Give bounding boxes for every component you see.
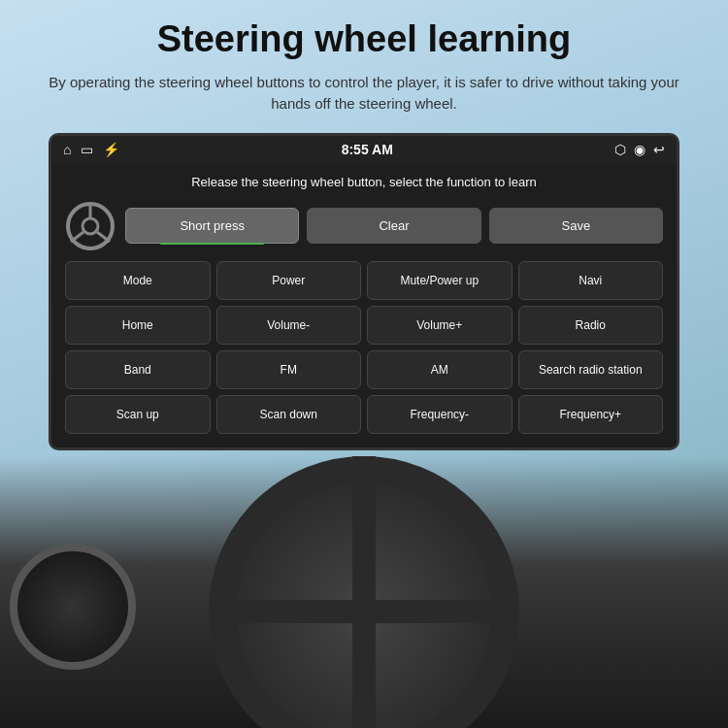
func-mute-power-up[interactable]: Mute/Power up <box>367 261 513 300</box>
device-screen: ⌂ ▭ ⚡ 8:55 AM ⬡ ◉ ↩ Release the steering… <box>49 133 679 450</box>
page-title: Steering wheel learning <box>29 19 699 60</box>
save-button[interactable]: Save <box>489 208 663 244</box>
func-scan-down[interactable]: Scan down <box>216 395 362 434</box>
action-buttons: Short press Clear Save <box>125 208 663 244</box>
top-row: Short press Clear Save <box>65 201 663 251</box>
func-home[interactable]: Home <box>65 306 211 345</box>
status-time: 8:55 AM <box>342 142 393 157</box>
content-area: Steering wheel learning By operating the… <box>0 0 728 450</box>
func-power[interactable]: Power <box>216 261 362 300</box>
func-frequency-plus[interactable]: Frequency+ <box>518 395 664 434</box>
svg-point-1 <box>83 218 98 234</box>
func-volume-plus[interactable]: Volume+ <box>367 306 513 345</box>
func-am[interactable]: AM <box>367 350 513 389</box>
func-frequency-minus[interactable]: Frequency- <box>367 395 513 434</box>
func-volume-minus[interactable]: Volume- <box>216 306 362 345</box>
screen-body: Release the steering wheel button, selec… <box>51 163 677 447</box>
func-radio[interactable]: Radio <box>518 306 664 345</box>
status-icons-left: ⌂ ▭ ⚡ <box>63 142 119 157</box>
short-press-button[interactable]: Short press <box>125 208 299 244</box>
instruction-text: Release the steering wheel button, selec… <box>65 175 663 189</box>
cast-icon[interactable]: ⬡ <box>614 142 626 157</box>
func-band[interactable]: Band <box>65 350 211 389</box>
dashboard-gauge <box>10 544 136 670</box>
function-grid: Mode Power Mute/Power up Navi Home Volum… <box>65 261 663 434</box>
func-fm[interactable]: FM <box>216 350 362 389</box>
home-icon[interactable]: ⌂ <box>63 142 71 157</box>
status-icons-right: ⬡ ◉ ↩ <box>614 142 665 157</box>
usb-icon: ⚡ <box>103 142 119 157</box>
status-bar: ⌂ ▭ ⚡ 8:55 AM ⬡ ◉ ↩ <box>51 136 677 163</box>
steering-wheel-icon <box>65 201 116 251</box>
func-mode[interactable]: Mode <box>65 261 211 300</box>
back-icon[interactable]: ↩ <box>653 142 665 157</box>
clear-button[interactable]: Clear <box>307 208 480 244</box>
location-icon[interactable]: ◉ <box>634 142 645 157</box>
func-search-radio[interactable]: Search radio station <box>518 350 664 389</box>
window-icon[interactable]: ▭ <box>81 142 93 157</box>
func-scan-up[interactable]: Scan up <box>65 395 211 434</box>
func-navi[interactable]: Navi <box>518 261 664 300</box>
page-subtitle: By operating the steering wheel buttons … <box>29 72 699 116</box>
